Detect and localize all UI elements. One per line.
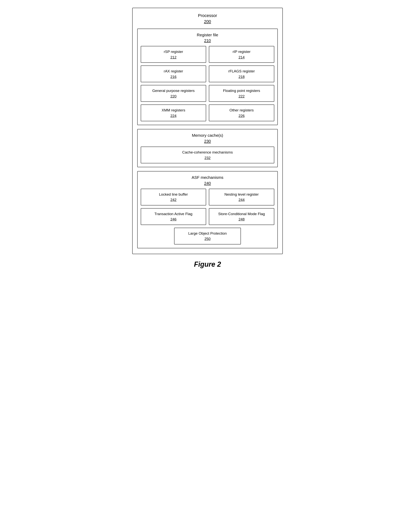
asf-mechanisms-title: ASF mechanisms 240: [141, 175, 274, 186]
register-file-section: Register file 210 rSP register 212 rIP r…: [137, 28, 278, 125]
general-purpose-registers-cell: General purpose registers 220: [141, 85, 206, 102]
processor-title: Processor: [198, 13, 217, 18]
outer-processor-box: Processor 200 Register file 210 rSP regi…: [132, 8, 283, 254]
page-wrapper: Processor 200 Register file 210 rSP regi…: [132, 8, 283, 268]
other-registers-cell: Other registers 226: [209, 104, 274, 121]
locked-line-buffer-cell: Locked line buffer 242: [141, 189, 206, 205]
asf-mechanisms-section: ASF mechanisms 240 Locked line buffer 24…: [137, 171, 278, 248]
floating-point-registers-cell: Floating point registers 222: [209, 85, 274, 102]
register-file-title: Register file 210: [141, 32, 274, 43]
asf-grid: Locked line buffer 242 Nesting level reg…: [141, 189, 274, 225]
large-object-protection-wrapper: Large Object Protection 250: [141, 228, 274, 245]
store-conditional-mode-flag-cell: Store-Conditional Mode Flag 248: [209, 208, 274, 225]
figure-label: Figure 2: [194, 260, 221, 268]
transaction-active-flag-cell: Transaction Active Flag 246: [141, 208, 206, 225]
processor-label: Processor 200: [137, 13, 278, 25]
nesting-level-register-cell: Nesting level register 244: [209, 189, 274, 205]
register-file-grid: rSP register 212 rIP register 214 rAX re…: [141, 46, 274, 121]
rip-register-cell: rIP register 214: [209, 46, 274, 63]
rsp-register-cell: rSP register 212: [141, 46, 206, 63]
processor-number: 200: [204, 19, 211, 24]
xmm-registers-cell: XMM registers 224: [141, 104, 206, 121]
rax-register-cell: rAX register 216: [141, 66, 206, 82]
memory-cache-section: Memory cache(s) 230 Cache-coherence mech…: [137, 129, 278, 167]
rflags-register-cell: rFLAGS register 218: [209, 66, 274, 82]
memory-cache-title: Memory cache(s) 230: [141, 133, 274, 144]
large-object-protection-cell: Large Object Protection 250: [174, 228, 241, 245]
cache-coherence-cell: Cache-coherence mechanisms 232: [141, 147, 274, 163]
